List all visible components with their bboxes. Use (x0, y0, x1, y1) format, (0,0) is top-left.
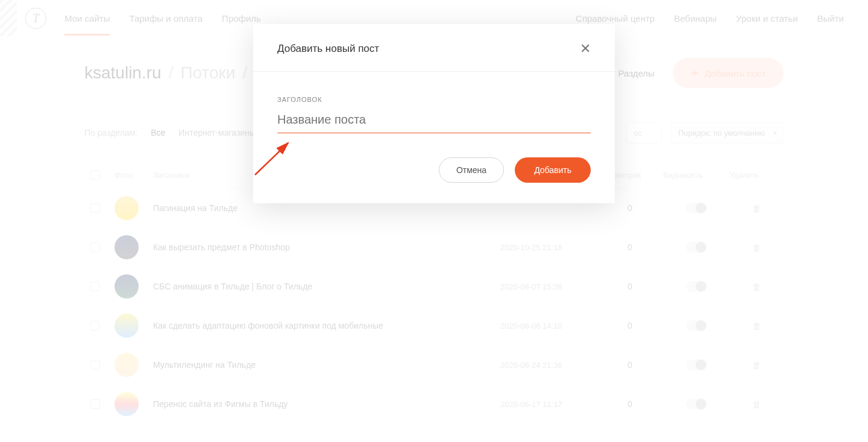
cancel-button[interactable]: Отмена (439, 157, 504, 183)
add-post-modal: Добавить новый пост ✕ ЗАГОЛОВОК Отмена Д… (253, 24, 615, 203)
close-icon[interactable]: ✕ (580, 42, 591, 55)
field-label: ЗАГОЛОВОК (277, 96, 591, 103)
post-title-input[interactable] (277, 107, 591, 133)
modal-title: Добавить новый пост (277, 43, 379, 55)
submit-button[interactable]: Добавить (515, 157, 591, 183)
